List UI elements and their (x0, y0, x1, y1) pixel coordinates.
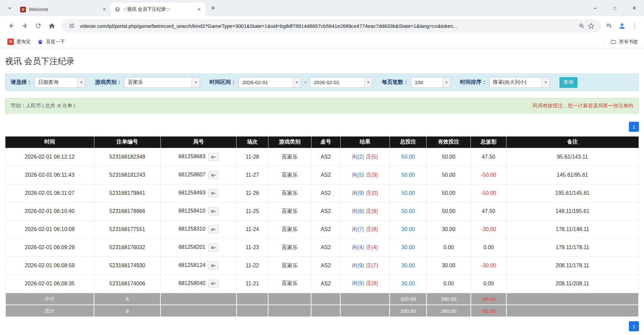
new-tab-button[interactable]: + (208, 2, 218, 14)
close-icon[interactable]: × (625, 0, 644, 16)
video-replay-button[interactable] (208, 153, 218, 161)
cell-valid-bet: 0.00 (427, 275, 471, 293)
home-button[interactable] (45, 19, 58, 33)
tab-bet-record[interactable]: :::视讯 会员下注纪录::: × (111, 3, 205, 16)
chevron-down-icon[interactable]: ▾ (542, 77, 550, 88)
search-button[interactable]: 查询 (559, 77, 578, 88)
close-icon[interactable]: × (195, 6, 203, 13)
result-player: 闲(9) (352, 190, 364, 196)
date-range-label: 时间区间： (209, 79, 236, 86)
video-replay-button[interactable] (208, 207, 218, 215)
cell-total-bet[interactable]: 50.00 (390, 202, 426, 220)
chevron-down-icon[interactable]: ▾ (293, 77, 301, 88)
select-type-label: 请选择： (11, 79, 32, 86)
cell-payout: 0.00 (471, 275, 506, 293)
pagination-bottom: 1 (5, 321, 639, 331)
table-row: 2026-02-01 06:08:59 523168174930 6812581… (5, 257, 639, 275)
query-type-dropdown[interactable]: 日期查询 ▾ (35, 77, 86, 88)
bookmark-taobao[interactable]: 淘 爱淘宝 (4, 37, 34, 47)
subtotal-total-bet: 320.00 (390, 293, 426, 305)
round-number: 681258410 (179, 208, 205, 214)
bookmark-star-icon[interactable] (586, 21, 596, 31)
result-banker: 庄(5) (366, 154, 378, 160)
sort-label: 时间排序： (460, 79, 487, 86)
close-icon[interactable]: × (101, 6, 108, 13)
cell-remark: 145.61/95.61 (506, 166, 639, 184)
menu-icon[interactable]: ⋮ (630, 22, 639, 30)
chevron-down-icon[interactable]: ▾ (442, 77, 450, 88)
total-count: 8 (94, 305, 160, 317)
page-1-button[interactable]: 1 (629, 122, 639, 132)
cell-total-bet[interactable]: 50.00 (390, 184, 426, 202)
subtotal-row: 小计 8 320.00 260.00 -65.00 (5, 293, 639, 305)
round-number: 681258683 (179, 154, 205, 159)
date-from-dropdown[interactable]: 2026-02-01 ▾ (239, 77, 301, 88)
cell-valid-bet: 30.00 (427, 257, 471, 275)
cell-table-no: AS2 (311, 220, 340, 238)
divider (604, 39, 604, 45)
minimize-icon[interactable]: – (586, 0, 605, 16)
cell-total-bet[interactable]: 50.00 (390, 166, 426, 184)
result-banker: 庄(9) (366, 208, 378, 214)
maximize-icon[interactable]: □ (605, 0, 625, 16)
cell-total-bet[interactable]: 30.00 (390, 220, 426, 238)
baidu-icon (37, 39, 43, 45)
table-row: 2026-02-01 06:09:29 523168176032 6812582… (5, 238, 639, 257)
video-replay-button[interactable] (208, 189, 218, 197)
bookmark-baidu[interactable]: 百度一下 (34, 37, 68, 47)
sort-dropdown[interactable]: 降幂(由大到小) ▾ (489, 77, 550, 88)
cell-result: 闲(9)庄(0) (340, 184, 390, 202)
cell-total-bet[interactable]: 30.00 (390, 238, 426, 257)
all-bookmarks-button[interactable]: 所有书签 (608, 39, 640, 45)
site-settings-icon[interactable] (67, 21, 77, 31)
cell-total-bet[interactable]: 50.00 (390, 148, 426, 166)
page-size-dropdown[interactable]: 100 ▾ (411, 77, 451, 88)
zoom-icon[interactable] (577, 21, 586, 31)
video-replay-button[interactable] (208, 243, 218, 252)
tab-welcome[interactable]: Welcome × (16, 3, 111, 16)
profile-avatar[interactable] (617, 21, 627, 31)
cell-valid-bet: 0.00 (427, 238, 471, 257)
col-game: 游戏类别 (268, 136, 311, 148)
col-remark: 备注 (506, 136, 639, 148)
forward-button[interactable] (18, 19, 32, 33)
game-type-value: 百家乐 (125, 77, 192, 88)
cell-session: 11-23 (237, 238, 268, 257)
video-replay-button[interactable] (208, 171, 218, 179)
cell-table-no: AS2 (311, 148, 340, 166)
video-replay-button[interactable] (208, 262, 218, 270)
total-valid-bet: 260.00 (427, 305, 471, 317)
date-to-dropdown[interactable]: 2026-02-01 ▾ (310, 77, 373, 88)
media-controls-icon[interactable] (604, 21, 614, 31)
cell-total-bet[interactable]: 30.00 (390, 275, 426, 293)
globe-icon (115, 7, 120, 12)
tab-search-button[interactable] (5, 3, 15, 13)
result-banker: 庄(9) (366, 280, 378, 286)
refresh-button[interactable] (32, 19, 45, 33)
chevron-down-icon[interactable]: ▾ (364, 77, 372, 88)
chevron-down-icon[interactable]: ▾ (77, 77, 85, 88)
date-to-value: 2026-02-01 (310, 77, 364, 88)
col-total-bet: 总投注 (390, 136, 426, 148)
taobao-icon: 淘 (7, 39, 14, 45)
cell-bet-id: 523168174930 (94, 257, 160, 275)
page-1-button[interactable]: 1 (629, 321, 639, 331)
result-player: 闲(9) (352, 280, 364, 286)
back-button[interactable] (5, 19, 18, 33)
url-text[interactable]: videoie.com/ipl/portal.php/game/betrecor… (80, 23, 574, 29)
round-number: 681258040 (179, 280, 205, 286)
summary-bar: 币别：人民币 | 总共 :8 注单 | 同局有效投注，统一计算在该局第一张注单内 (5, 98, 639, 114)
address-bar[interactable]: videoie.com/ipl/portal.php/game/betrecor… (62, 19, 601, 33)
col-table-no: 桌号 (311, 136, 340, 148)
video-replay-button[interactable] (208, 225, 218, 233)
cell-result: 闲(6)庄(9) (340, 202, 390, 220)
chevron-down-icon[interactable]: ▾ (192, 77, 200, 88)
game-type-dropdown[interactable]: 百家乐 ▾ (124, 77, 200, 88)
table-row: 2026-02-01 06:10:40 523168178866 6812584… (5, 202, 639, 220)
video-replay-button[interactable] (208, 280, 218, 288)
filter-bar: 请选择： 日期查询 ▾ 游戏类别： 百家乐 ▾ 时间区间： 2026-02-01… (5, 73, 639, 91)
summary-notice: 同局有效投注，统一计算在该局第一张注单内 (533, 103, 633, 109)
cell-total-bet[interactable]: 30.00 (390, 257, 426, 275)
sort-value: 降幂(由大到小) (490, 77, 542, 88)
cell-session: 11-28 (237, 148, 268, 166)
